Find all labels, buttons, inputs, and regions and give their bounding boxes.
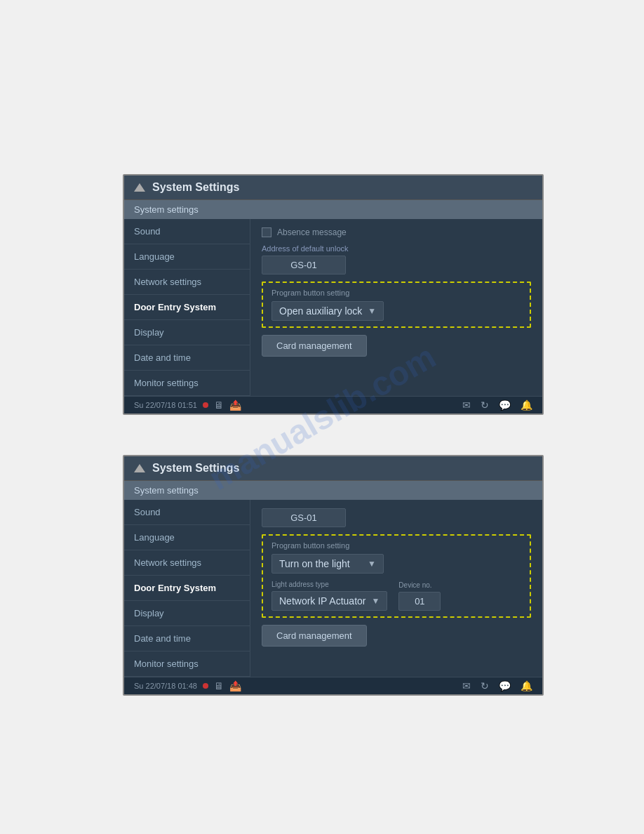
bottom-chat-icon: 💬: [499, 680, 511, 691]
bottom-sidebar-item-language[interactable]: Language: [124, 525, 250, 550]
device-no-col: Device no.: [398, 581, 441, 611]
bottom-panel-title: System Settings: [152, 462, 239, 475]
bottom-sidebar-item-monitor[interactable]: Monitor settings: [124, 651, 250, 677]
bottom-panel-subheader: System settings: [124, 481, 542, 500]
sidebar-item-language[interactable]: Language: [124, 244, 250, 270]
program-label-bottom: Program button setting: [271, 541, 521, 550]
bottom-datetime: Su 22/07/18 01:48: [134, 682, 197, 690]
absence-row: Absence message: [262, 227, 531, 237]
top-panel: System Settings System settings Sound La…: [123, 174, 544, 415]
bottom-sidebar-item-door-entry[interactable]: Door Entry System: [124, 576, 250, 601]
light-address-col: Light address type Network IP Actuator ▼: [271, 581, 387, 611]
program-dropdown-value-bottom: Turn on the light: [279, 558, 350, 569]
top-export-icon: 📤: [229, 399, 241, 411]
top-chat-icon: 💬: [499, 399, 511, 411]
card-btn-row-bottom: Card management: [262, 625, 531, 647]
bottom-record-dot: [203, 683, 208, 689]
bottom-unlock-address-row: [262, 508, 531, 527]
bottom-panel-body: Sound Language Network settings Door Ent…: [124, 500, 542, 677]
sidebar-item-network[interactable]: Network settings: [124, 270, 250, 295]
program-box-bottom: Program button setting Turn on the light…: [262, 534, 531, 618]
top-refresh-icon: ↻: [481, 399, 489, 411]
bottom-sidebar-item-display[interactable]: Display: [124, 601, 250, 626]
sidebar-item-door-entry[interactable]: Door Entry System: [124, 295, 250, 320]
light-address-dropdown[interactable]: Network IP Actuator ▼: [271, 591, 387, 611]
top-sidebar: Sound Language Network settings Door Ent…: [124, 219, 250, 396]
light-sub-row: Light address type Network IP Actuator ▼…: [271, 581, 521, 611]
device-no-input[interactable]: [398, 592, 441, 611]
sidebar-item-sound[interactable]: Sound: [124, 219, 250, 244]
program-box-top: Program button setting Open auxiliary lo…: [262, 282, 531, 328]
light-address-label: Light address type: [271, 581, 387, 588]
program-dropdown-row-top: Open auxiliary lock ▼: [271, 301, 521, 321]
bottom-status-left: Su 22/07/18 01:48 🖥 📤: [134, 680, 241, 691]
chevron-down-icon-top: ▼: [368, 306, 376, 316]
top-bell-icon: 🔔: [521, 399, 532, 411]
card-management-button-top[interactable]: Card management: [262, 335, 367, 357]
sidebar-item-date-time[interactable]: Date and time: [124, 345, 250, 371]
top-panel-title: System Settings: [152, 181, 239, 194]
top-status-bar: Su 22/07/18 01:51 🖥 📤 ✉ ↻ 💬 🔔: [124, 396, 542, 413]
unlock-address-input[interactable]: [262, 256, 346, 274]
unlock-address-row: Address of default unlock: [262, 244, 531, 274]
bottom-export-icon: 📤: [229, 680, 241, 691]
bottom-sidebar: Sound Language Network settings Door Ent…: [124, 500, 250, 677]
top-datetime: Su 22/07/18 01:51: [134, 401, 197, 409]
page-container: manualslib.com System Settings System se…: [0, 0, 644, 834]
bottom-panel: System Settings System settings Sound La…: [123, 455, 544, 696]
bottom-panel-subheader-text: System settings: [134, 485, 199, 496]
absence-label: Absence message: [277, 227, 347, 237]
top-panel-subheader-text: System settings: [134, 204, 199, 215]
bottom-status-bar: Su 22/07/18 01:48 🖥 📤 ✉ ↻ 💬 🔔: [124, 677, 542, 694]
top-content-area: Absence message Address of default unloc…: [250, 219, 542, 396]
top-panel-header: System Settings: [124, 176, 542, 200]
bottom-sidebar-item-date-time[interactable]: Date and time: [124, 626, 250, 651]
bottom-monitor-icon: 🖥: [214, 680, 224, 691]
top-status-right: ✉ ↻ 💬 🔔: [462, 399, 532, 411]
bottom-refresh-icon: ↻: [481, 680, 489, 691]
top-monitor-icon: 🖥: [214, 399, 224, 411]
sidebar-item-display[interactable]: Display: [124, 320, 250, 345]
light-address-dropdown-value: Network IP Actuator: [279, 595, 365, 607]
top-panel-body: Sound Language Network settings Door Ent…: [124, 219, 542, 396]
program-dropdown-bottom[interactable]: Turn on the light ▼: [271, 554, 384, 574]
top-status-left: Su 22/07/18 01:51 🖥 📤: [134, 399, 241, 411]
sidebar-item-monitor[interactable]: Monitor settings: [124, 371, 250, 396]
bottom-panel-header: System Settings: [124, 456, 542, 481]
program-dropdown-value-top: Open auxiliary lock: [279, 305, 362, 317]
watermark: manualslib.com: [0, 0, 644, 834]
bottom-content-area: Program button setting Turn on the light…: [250, 500, 542, 677]
bottom-up-arrow-icon: [134, 464, 145, 472]
card-btn-row-top: Card management: [262, 335, 531, 357]
up-arrow-icon: [134, 183, 145, 192]
bottom-sidebar-item-network[interactable]: Network settings: [124, 550, 250, 576]
bottom-bell-icon: 🔔: [521, 680, 532, 691]
absence-checkbox[interactable]: [262, 227, 271, 237]
program-dropdown-row-bottom: Turn on the light ▼: [271, 554, 521, 574]
device-no-label: Device no.: [398, 581, 441, 589]
chevron-down-icon-bottom: ▼: [368, 559, 376, 569]
light-address-chevron-icon: ▼: [371, 596, 380, 606]
top-record-dot: [203, 402, 208, 408]
top-panel-subheader: System settings: [124, 200, 542, 219]
program-dropdown-top[interactable]: Open auxiliary lock ▼: [271, 301, 384, 321]
card-management-button-bottom[interactable]: Card management: [262, 625, 367, 647]
program-label-top: Program button setting: [271, 289, 521, 297]
unlock-address-label: Address of default unlock: [262, 244, 531, 253]
bottom-unlock-address-input[interactable]: [262, 508, 346, 527]
top-mail-icon: ✉: [462, 399, 471, 411]
bottom-mail-icon: ✉: [462, 680, 471, 691]
bottom-sidebar-item-sound[interactable]: Sound: [124, 500, 250, 525]
bottom-status-right: ✉ ↻ 💬 🔔: [462, 680, 532, 691]
